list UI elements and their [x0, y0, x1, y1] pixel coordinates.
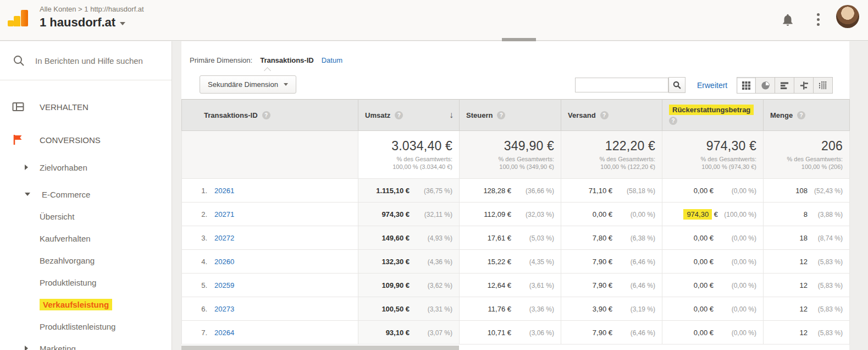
total-value: 349,90 € — [460, 139, 554, 154]
advanced-filter-link[interactable]: Erweitert — [697, 81, 727, 90]
col-header-umsatz[interactable]: Umsatz?↓ — [358, 100, 460, 131]
notifications-bell-icon[interactable] — [781, 12, 795, 30]
view-pivot-button[interactable] — [814, 77, 833, 94]
totals-steuern: 349,90 € % des Gesamtwerts:100,00 % (349… — [460, 131, 561, 179]
sidebar-item-label: VERHALTEN — [40, 102, 89, 112]
table-header-row: Transaktions-ID? Umsatz?↓ Steuern? Versa… — [182, 100, 850, 131]
arrow-down-icon — [25, 193, 30, 196]
sidebar-search[interactable] — [0, 41, 172, 80]
versand-value: 0,00 € — [593, 210, 612, 218]
table-search-button[interactable] — [668, 77, 685, 93]
breadcrumb[interactable]: Alle Konten > 1 http://hausdorf.at — [40, 5, 144, 13]
umsatz-percent: (3,31 %) — [410, 305, 452, 313]
refund-value: 0,00 € — [694, 329, 714, 337]
sidebar-item-produktleistung[interactable]: Produktleistung — [0, 271, 172, 293]
account-title[interactable]: 1 hausdorf.at — [40, 15, 125, 30]
primary-dimension-selected[interactable]: Transaktions-ID — [260, 56, 314, 64]
umsatz-value: 974,30 € — [382, 210, 410, 218]
versand-percent: (3,19 %) — [612, 305, 655, 313]
sidebar-item-bezahlvorgang[interactable]: Bezahlvorgang — [0, 249, 172, 271]
menge-value: 12 — [800, 281, 808, 289]
main-area: Primäre Dimension: Transaktions-ID Datum… — [173, 41, 868, 350]
user-avatar[interactable] — [836, 5, 859, 28]
sidebar-item-verkaufsleistung[interactable]: Verkaufsleistung — [0, 293, 172, 315]
umsatz-percent: (3,62 %) — [410, 282, 452, 289]
col-header-steuern[interactable]: Steuern? — [460, 100, 561, 131]
versand-percent: (0,00 %) — [612, 211, 655, 218]
versand-value: 7,90 € — [593, 258, 612, 266]
transaction-id-link[interactable]: 20260 — [214, 258, 234, 266]
transaction-id-link[interactable]: 20264 — [214, 329, 234, 337]
col-header-menge[interactable]: Menge? — [764, 100, 850, 131]
sidebar-item-label: Zielvorhaben — [40, 163, 87, 172]
secondary-dimension-button[interactable]: Sekundäre Dimension — [200, 75, 296, 94]
sidebar-item-label: E-Commerce — [42, 190, 90, 199]
search-icon — [672, 80, 682, 90]
sidebar-item-kaufverhalten[interactable]: Kaufverhalten — [0, 227, 172, 249]
col-label: Umsatz — [365, 111, 390, 119]
col-header-rueckerstattungsbetrag[interactable]: Rückerstattungsbetrag ? — [662, 100, 764, 131]
totals-rueckerstattungsbetrag: 974,30 € % des Gesamtwerts:100,00 % (974… — [662, 131, 764, 179]
sidebar-search-input[interactable] — [35, 56, 170, 65]
versand-value: 71,10 € — [589, 187, 612, 195]
versand-value: 7,90 € — [593, 329, 612, 337]
col-header-transaktions-id[interactable]: Transaktions-ID? — [182, 100, 358, 131]
sidebar-item-verhalten[interactable]: VERHALTEN — [0, 96, 172, 118]
versand-percent: (58,18 %) — [612, 187, 655, 195]
horizontal-scrollbar-thumb-top[interactable] — [502, 38, 536, 41]
row-index: 4. — [182, 258, 207, 266]
steuern-percent: (32,03 %) — [511, 211, 554, 218]
totals-umsatz: 3.034,40 € % des Gesamtwerts:100,00 % (3… — [358, 131, 460, 179]
sidebar-item-marketing[interactable]: Marketing — [0, 337, 172, 350]
col-label: Transaktions-ID — [204, 111, 258, 119]
view-comparison-button[interactable] — [794, 77, 814, 94]
help-icon[interactable]: ? — [797, 111, 805, 119]
transaction-id-link[interactable]: 20272 — [214, 234, 234, 242]
transaction-id-link[interactable]: 20273 — [214, 305, 234, 313]
google-analytics-logo-icon[interactable] — [8, 9, 29, 26]
help-icon[interactable]: ? — [395, 111, 403, 119]
transaction-id-link[interactable]: 20259 — [214, 281, 234, 289]
refund-value-highlighted: 974,30 — [683, 209, 712, 220]
menge-percent: (5,83 %) — [808, 282, 843, 289]
view-performance-button[interactable] — [775, 77, 794, 94]
umsatz-percent: (32,11 %) — [410, 211, 452, 218]
total-sub1: % des Gesamtwerts: — [701, 156, 756, 162]
versand-percent: (6,46 %) — [612, 258, 655, 266]
horizontal-scrollbar-thumb-bottom[interactable] — [181, 346, 459, 350]
help-icon[interactable]: ? — [497, 111, 505, 119]
total-sub2: 100,00 % (206) — [801, 163, 843, 170]
view-percentage-button[interactable] — [756, 77, 775, 94]
col-header-versand[interactable]: Versand? — [561, 100, 662, 131]
transaction-id-link[interactable]: 20261 — [214, 187, 234, 195]
total-sub1: % des Gesamtwerts: — [600, 156, 655, 162]
view-data-grid-button[interactable] — [737, 77, 756, 94]
total-sub2: 100,00 % (349,90 €) — [499, 163, 554, 170]
account-title-label: 1 hausdorf.at — [40, 15, 115, 30]
data-grid-icon — [742, 81, 751, 90]
sidebar-item-produktlistenleistung[interactable]: Produktlistenleistung — [0, 315, 172, 337]
sidebar-item-ecommerce[interactable]: E-Commerce — [0, 183, 172, 205]
sidebar: VERHALTEN CONVERSIONS Zielvorhaben E-Com… — [0, 41, 172, 350]
help-icon[interactable]: ? — [600, 111, 609, 119]
table-filter-input[interactable] — [575, 78, 668, 92]
primary-dimension-datum-link[interactable]: Datum — [322, 56, 342, 64]
sidebar-item-zielvorhaben[interactable]: Zielvorhaben — [0, 156, 172, 178]
menge-percent: (5,83 %) — [808, 329, 843, 337]
secondary-dimension-label: Sekundäre Dimension — [208, 80, 278, 89]
search-icon — [12, 54, 25, 67]
overflow-menu-icon[interactable] — [817, 11, 820, 28]
help-icon[interactable]: ? — [262, 111, 270, 119]
sidebar-item-uebersicht[interactable]: Übersicht — [0, 205, 172, 227]
sort-desc-icon[interactable]: ↓ — [449, 110, 454, 120]
row-index: 1. — [182, 187, 207, 195]
table-row: 4.20260 132,30 €(4,36 %) 15,22 €(4,35 %)… — [182, 250, 850, 274]
refund-value: 0,00 € — [694, 187, 714, 195]
versand-value: 7,80 € — [593, 234, 612, 242]
versand-value: 3,90 € — [593, 305, 612, 313]
help-icon[interactable]: ? — [669, 117, 677, 125]
total-sub1: % des Gesamtwerts: — [499, 156, 554, 162]
table-row: 6.20273 100,50 €(3,31 %) 11,76 €(3,36 %)… — [182, 297, 850, 321]
transaction-id-link[interactable]: 20271 — [214, 210, 234, 218]
sidebar-item-conversions[interactable]: CONVERSIONS — [0, 129, 172, 151]
